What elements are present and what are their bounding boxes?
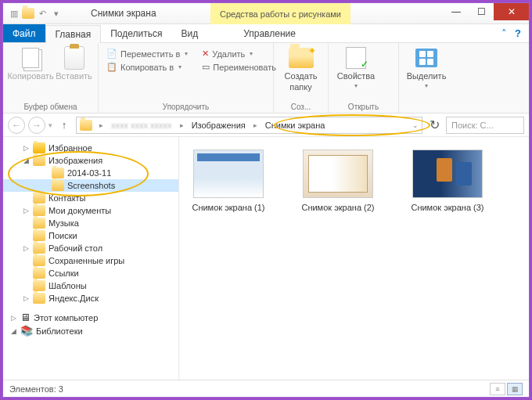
new-folder-button[interactable]: Создать папку (279, 46, 323, 92)
picture-tools-context-tab: Средства работы с рисунками (210, 3, 350, 24)
paste-button[interactable]: Вставить (55, 46, 93, 81)
qat-dropdown-icon[interactable]: ▾ (50, 7, 63, 20)
copyto-icon: 📋 (106, 62, 117, 72)
group-clipboard-label: Буфер обмена (8, 101, 93, 113)
thumbnail-image (412, 150, 483, 198)
new-folder-icon (289, 48, 314, 68)
qat-properties-icon[interactable]: ▥ (8, 7, 20, 20)
tab-file[interactable]: Файл (3, 24, 45, 42)
search-input[interactable]: Поиск: С... (446, 117, 524, 134)
select-button[interactable]: Выделить ▾ (404, 46, 449, 89)
view-thumbnails-button[interactable]: ▦ (507, 383, 523, 395)
folder-icon (33, 230, 45, 241)
tree-saved-games[interactable]: Сохраненные игры (3, 254, 178, 267)
folder-icon (33, 268, 45, 279)
tree-this-pc[interactable]: ▷🖥Этот компьютер (3, 311, 178, 324)
nav-back-button[interactable]: ← (8, 117, 25, 134)
folder-icon (52, 168, 64, 178)
file-thumbnail-1[interactable]: Снимок экрана (1) (185, 150, 271, 212)
tree-favorites[interactable]: ▷Избранное (3, 142, 178, 154)
folder-icon (33, 205, 45, 216)
breadcrumb-images[interactable]: Изображения (188, 121, 250, 130)
tree-searches[interactable]: Поиски (3, 229, 178, 242)
file-name: Снимок экрана (2) (301, 203, 374, 212)
navbar: ← → ▾ ↑ ▸ xxxx xxxx xxxxx ▸ Изображения … (3, 114, 529, 137)
select-icon (415, 49, 437, 67)
tree-templates[interactable]: Шаблоны (3, 279, 178, 292)
properties-button[interactable]: Свойства ▾ (333, 46, 379, 89)
delete-button[interactable]: ✕Удалить▾ (199, 48, 279, 59)
status-item-count: Элементов: 3 (9, 384, 63, 394)
tab-view[interactable]: Вид (171, 24, 207, 42)
minimize-button[interactable]: — (444, 3, 469, 20)
chevron-down-icon: ▾ (425, 82, 428, 89)
ribbon: Копировать Вставить Буфер обмена 📄Переме… (3, 43, 529, 114)
clipboard-icon (64, 46, 84, 70)
folder-icon (33, 218, 45, 229)
tree-desktop[interactable]: ▷Рабочий стол (3, 242, 178, 254)
rename-icon: ▭ (202, 62, 210, 72)
tree-links[interactable]: Ссылки (3, 267, 178, 279)
breadcrumb-screenshots[interactable]: Снимки экрана (261, 121, 329, 130)
tree-screenshots[interactable]: Screenshots (3, 179, 178, 192)
delete-icon: ✕ (202, 49, 209, 59)
nav-forward-button[interactable]: → (28, 117, 45, 134)
close-button[interactable]: ✕ (494, 3, 529, 20)
nav-tree: ▷Избранное ◢Изображения 2014-03-11 Scree… (3, 137, 179, 380)
ribbon-collapse-icon[interactable]: ˄ (501, 27, 507, 39)
file-thumbnail-3[interactable]: Снимок экрана (3) (404, 150, 491, 212)
thumbnail-image (193, 150, 264, 198)
moveto-button[interactable]: 📄Переместить в▾ (103, 48, 191, 59)
nav-history-dropdown[interactable]: ▾ (49, 121, 52, 129)
group-open-label: Открыть (333, 101, 394, 113)
tree-contacts[interactable]: Контакты (3, 192, 178, 204)
explorer-window: ▥ ↶ ▾ Снимки экрана Средства работы с ри… (3, 3, 529, 397)
tab-home[interactable]: Главная (45, 25, 102, 43)
folder-icon (33, 280, 45, 291)
copyto-button[interactable]: 📋Копировать в▾ (103, 61, 191, 73)
status-bar: Элементов: 3 ≡ ▦ (3, 380, 529, 397)
folder-icon (33, 255, 45, 266)
tree-documents[interactable]: ▷Мои документы (3, 204, 178, 217)
folder-icon (80, 120, 92, 131)
address-dropdown-icon[interactable]: ⌄ (412, 121, 419, 129)
folder-icon (52, 180, 64, 191)
properties-icon (346, 47, 366, 69)
refresh-button[interactable]: ↻ (426, 117, 443, 134)
content-pane[interactable]: Снимок экрана (1) Снимок экрана (2) Сним… (179, 137, 529, 380)
tab-share[interactable]: Поделиться (101, 24, 171, 42)
folder-icon (33, 293, 45, 304)
window-title: Снимки экрана (91, 8, 156, 19)
tree-yandex-disk[interactable]: ▷Яндекс.Диск (3, 292, 178, 305)
tree-images[interactable]: ◢Изображения (3, 154, 178, 167)
view-details-button[interactable]: ≡ (490, 383, 505, 395)
star-icon (33, 142, 45, 153)
titlebar: ▥ ↶ ▾ Снимки экрана Средства работы с ри… (3, 3, 529, 24)
breadcrumb-blurred[interactable]: xxxx xxxx xxxxx (107, 121, 176, 130)
qat-newfolder-icon[interactable] (22, 7, 34, 20)
thumbnail-image (303, 150, 373, 198)
tree-libraries[interactable]: ◢📚Библиотеки (3, 324, 178, 337)
address-bar[interactable]: ▸ xxxx xxxx xxxxx ▸ Изображения ▸ Снимки… (76, 117, 422, 134)
copy-icon (22, 48, 39, 68)
group-organize-label: Упорядочить (103, 101, 268, 113)
rename-button[interactable]: ▭Переименовать (199, 61, 279, 73)
folder-icon (33, 193, 45, 204)
nav-up-button[interactable]: ↑ (56, 117, 73, 134)
folder-icon (33, 243, 45, 254)
chevron-down-icon: ▾ (354, 82, 358, 89)
file-thumbnail-2[interactable]: Снимок экрана (2) (295, 150, 381, 212)
computer-icon: 🖥 (20, 312, 31, 323)
help-icon[interactable]: ? (515, 27, 521, 39)
tab-manage[interactable]: Управление (234, 24, 305, 42)
libraries-icon: 📚 (20, 325, 33, 337)
tree-date-folder[interactable]: 2014-03-11 (3, 167, 178, 179)
maximize-button[interactable]: ☐ (469, 3, 494, 20)
tree-music[interactable]: Музыка (3, 217, 178, 229)
group-new-label: Соз... (279, 101, 323, 113)
folder-icon (33, 155, 45, 166)
qat-undo-icon[interactable]: ↶ (36, 7, 49, 20)
file-name: Снимок экрана (1) (192, 203, 264, 212)
copy-button[interactable]: Копировать (8, 46, 53, 81)
moveto-icon: 📄 (106, 49, 117, 59)
